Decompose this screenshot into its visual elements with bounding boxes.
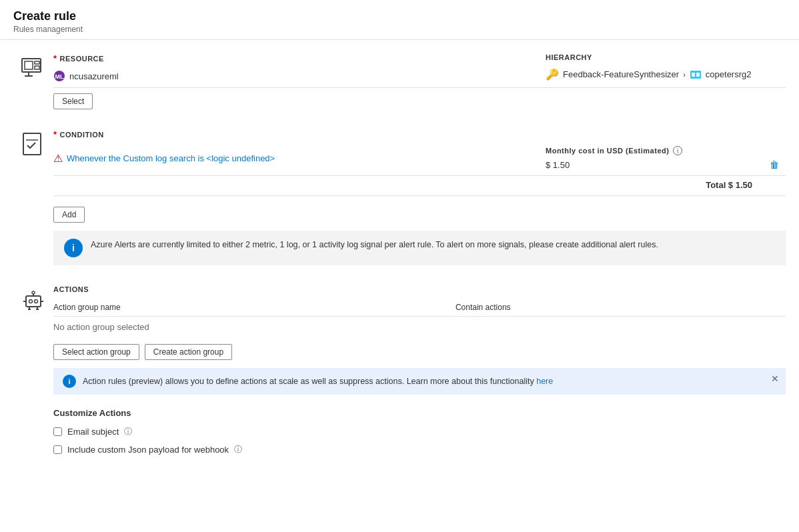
resource-section-body: * RESOURCE ML ncusazureml HIERARCH xyxy=(53,53,786,109)
svg-point-14 xyxy=(29,300,33,303)
condition-link[interactable]: ⚠ Whenever the Custom log search is <log… xyxy=(53,152,519,165)
svg-rect-11 xyxy=(23,133,41,155)
action-preview-link[interactable]: here xyxy=(536,377,553,386)
email-subject-row: Email subject ⓘ xyxy=(53,426,786,437)
action-preview-text: Action rules (preview) allows you to def… xyxy=(83,375,553,388)
email-subject-checkbox[interactable] xyxy=(53,427,62,436)
resource-select-button[interactable]: Select xyxy=(53,93,93,109)
hierarchy-value: 🔑 Feedback-FeatureSynthesizer › copeters… xyxy=(546,68,786,81)
svg-rect-3 xyxy=(35,66,39,69)
actions-section-body: ACTIONS Action group name Contain action… xyxy=(53,285,786,462)
info-box-text: Azure Alerts are currently limited to ei… xyxy=(91,239,658,251)
condition-icon xyxy=(19,131,47,159)
condition-row: ⚠ Whenever the Custom log search is <log… xyxy=(53,146,786,176)
hierarchy-title: HIERARCHY xyxy=(546,53,786,61)
condition-section: * CONDITION ⚠ Whenever the Custom log se… xyxy=(13,129,786,265)
info-circle-icon: i xyxy=(64,239,83,257)
cost-value-row: $ 1.50 🗑 xyxy=(546,159,786,170)
action-preview-box: i Action rules (preview) allows you to d… xyxy=(53,368,786,395)
condition-cost-col: Monthly cost in USD (Estimated) i $ 1.50… xyxy=(519,146,786,170)
resource-two-col: * RESOURCE ML ncusazureml HIERARCH xyxy=(53,53,786,88)
main-content: * RESOURCE ML ncusazureml HIERARCH xyxy=(0,40,799,495)
resource-name: ML ncusazureml xyxy=(53,70,519,82)
actions-section-title: ACTIONS xyxy=(53,285,786,293)
actions-table-header-row: Action group name Contain actions xyxy=(53,300,786,317)
action-buttons-row: Select action group Create action group xyxy=(53,344,786,360)
email-subject-info: ⓘ xyxy=(124,426,132,437)
actions-table-head: Action group name Contain actions xyxy=(53,300,786,317)
webhook-payload-checkbox[interactable] xyxy=(53,445,62,454)
customize-title: Customize Actions xyxy=(53,408,786,418)
svg-point-17 xyxy=(32,291,35,294)
svg-text:ML: ML xyxy=(55,73,64,80)
svg-rect-2 xyxy=(35,61,39,64)
actions-section: ACTIONS Action group name Contain action… xyxy=(13,285,786,462)
resource-section-title: * RESOURCE xyxy=(53,53,519,63)
actions-section-icon xyxy=(13,285,53,315)
error-icon: ⚠ xyxy=(53,152,63,165)
actions-table-body: No action group selected xyxy=(53,317,786,338)
condition-section-body: * CONDITION ⚠ Whenever the Custom log se… xyxy=(53,129,786,265)
page-subtitle: Rules management xyxy=(13,25,786,34)
resource-col-right: HIERARCHY 🔑 Feedback-FeatureSynthesizer … xyxy=(519,53,786,82)
ml-icon: ML xyxy=(53,70,65,82)
create-action-group-button[interactable]: Create action group xyxy=(145,344,232,360)
cost-info-icon: i xyxy=(673,146,682,155)
condition-section-icon xyxy=(13,129,53,159)
col-contain-actions: Contain actions xyxy=(456,300,786,317)
customize-section: Customize Actions Email subject ⓘ Includ… xyxy=(53,408,786,455)
svg-rect-1 xyxy=(25,61,33,69)
webhook-payload-row: Include custom Json payload for webhook … xyxy=(53,444,786,455)
actions-table: Action group name Contain actions No act… xyxy=(53,300,786,337)
close-preview-button[interactable]: ✕ xyxy=(771,373,779,384)
condition-required-star: * xyxy=(53,129,57,139)
svg-rect-10 xyxy=(696,73,700,77)
resource-group-icon xyxy=(690,69,702,81)
svg-rect-13 xyxy=(26,296,41,307)
condition-left: ⚠ Whenever the Custom log search is <log… xyxy=(53,152,519,165)
resource-icon xyxy=(19,55,47,83)
page-title: Create rule xyxy=(13,9,786,23)
required-star: * xyxy=(53,53,57,63)
cost-header: Monthly cost in USD (Estimated) i xyxy=(546,146,786,155)
delete-condition-icon[interactable]: 🗑 xyxy=(770,159,786,170)
resource-section-icon xyxy=(13,53,53,83)
add-condition-button[interactable]: Add xyxy=(53,207,85,223)
condition-info-box: i Azure Alerts are currently limited to … xyxy=(53,231,786,265)
col-action-group-name: Action group name xyxy=(53,300,456,317)
actions-icon xyxy=(19,287,47,315)
condition-section-title: * CONDITION xyxy=(53,129,786,139)
key-icon: 🔑 xyxy=(546,68,559,81)
no-action-row: No action group selected xyxy=(53,317,786,338)
resource-col-left: * RESOURCE ML ncusazureml xyxy=(53,53,519,82)
resource-section: * RESOURCE ML ncusazureml HIERARCH xyxy=(13,53,786,109)
cost-total-row: Total $ 1.50 xyxy=(53,180,786,196)
page-header: Create rule Rules management xyxy=(0,0,799,40)
webhook-info: ⓘ xyxy=(234,444,242,455)
chevron-icon: › xyxy=(683,71,686,79)
svg-rect-9 xyxy=(692,73,695,77)
select-action-group-button[interactable]: Select action group xyxy=(53,344,139,360)
no-action-text: No action group selected xyxy=(53,317,786,338)
action-info-icon: i xyxy=(63,375,76,388)
svg-point-15 xyxy=(35,300,38,303)
